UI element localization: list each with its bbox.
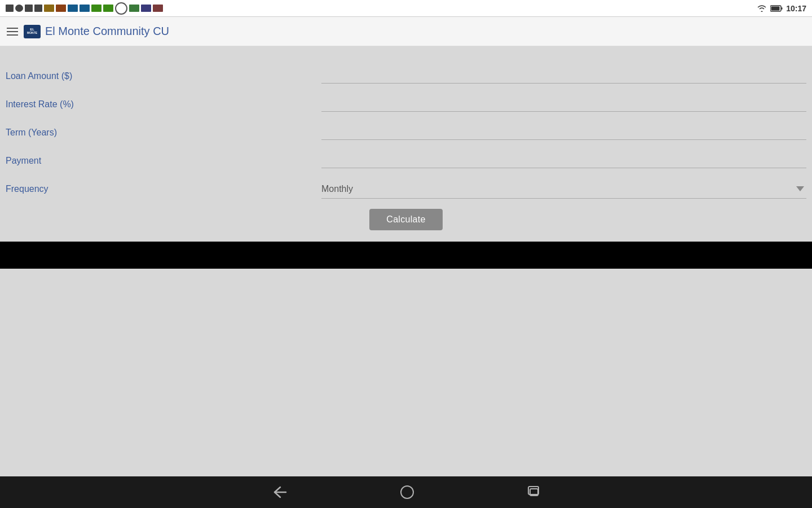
notification-icon-1: [6, 5, 14, 12]
loan-amount-label: Loan Amount ($): [6, 71, 321, 86]
interest-rate-input-wrap: [321, 94, 806, 112]
frequency-wrap: Monthly Weekly Bi-Weekly Semi-Monthly: [321, 182, 806, 199]
menu-button[interactable]: [7, 28, 18, 36]
payment-row: Payment: [0, 142, 812, 170]
recents-icon: [527, 485, 541, 499]
time-display: 10:17: [786, 4, 806, 13]
notification-icon-10: [103, 5, 113, 12]
frequency-label: Frequency: [6, 184, 321, 199]
back-icon: [271, 486, 287, 498]
term-row: Term (Years): [0, 114, 812, 142]
calculate-button[interactable]: Calculate: [369, 209, 442, 230]
notification-icon-12: [129, 5, 139, 12]
home-icon: [400, 485, 414, 500]
nav-home-button[interactable]: [400, 485, 414, 500]
loan-amount-row: Loan Amount ($): [0, 58, 812, 86]
battery-icon: [770, 5, 783, 12]
svg-point-4: [401, 486, 413, 498]
notification-icon-11: [115, 2, 127, 15]
black-banner: [0, 242, 812, 269]
interest-rate-input[interactable]: [321, 94, 806, 109]
interest-rate-label: Interest Rate (%): [6, 99, 321, 114]
notification-icon-13: [141, 5, 151, 12]
notification-icon-3: [25, 5, 33, 12]
nav-back-button[interactable]: [271, 486, 287, 498]
notification-icon-4: [34, 5, 42, 12]
loan-amount-input-wrap: [321, 66, 806, 84]
svg-rect-1: [782, 7, 783, 10]
notification-icon-5: [44, 5, 54, 12]
nav-recents-button[interactable]: [527, 485, 541, 499]
payment-input-wrap: [321, 151, 806, 168]
svg-rect-2: [771, 6, 780, 10]
notification-icon-7: [68, 5, 78, 12]
status-icons: [6, 2, 163, 15]
loan-amount-input[interactable]: [321, 66, 806, 81]
payment-label: Payment: [6, 156, 321, 170]
app-bar: EL MONTE El Monte Community CU: [0, 17, 812, 46]
status-bar-right: 10:17: [757, 4, 806, 13]
interest-rate-row: Interest Rate (%): [0, 86, 812, 114]
notification-icon-8: [80, 5, 90, 12]
app-title: El Monte Community CU: [45, 25, 169, 38]
notification-icon-9: [91, 5, 102, 12]
bottom-nav-bar: [0, 476, 812, 508]
term-input[interactable]: [321, 122, 806, 137]
notification-icon-2: [15, 5, 23, 12]
notification-icon-6: [56, 5, 66, 12]
app-logo: EL MONTE: [24, 25, 41, 38]
frequency-select[interactable]: Monthly Weekly Bi-Weekly Semi-Monthly: [321, 182, 806, 196]
button-row: Calculate: [0, 209, 812, 230]
frequency-row: Frequency Monthly Weekly Bi-Weekly Semi-…: [0, 170, 812, 199]
main-content: Loan Amount ($) Interest Rate (%) Term (…: [0, 46, 812, 269]
wifi-icon: [757, 5, 767, 12]
status-bar: 10:17: [0, 0, 812, 17]
term-input-wrap: [321, 122, 806, 140]
term-label: Term (Years): [6, 128, 321, 142]
notification-icon-14: [153, 5, 163, 12]
payment-input[interactable]: [321, 151, 806, 165]
